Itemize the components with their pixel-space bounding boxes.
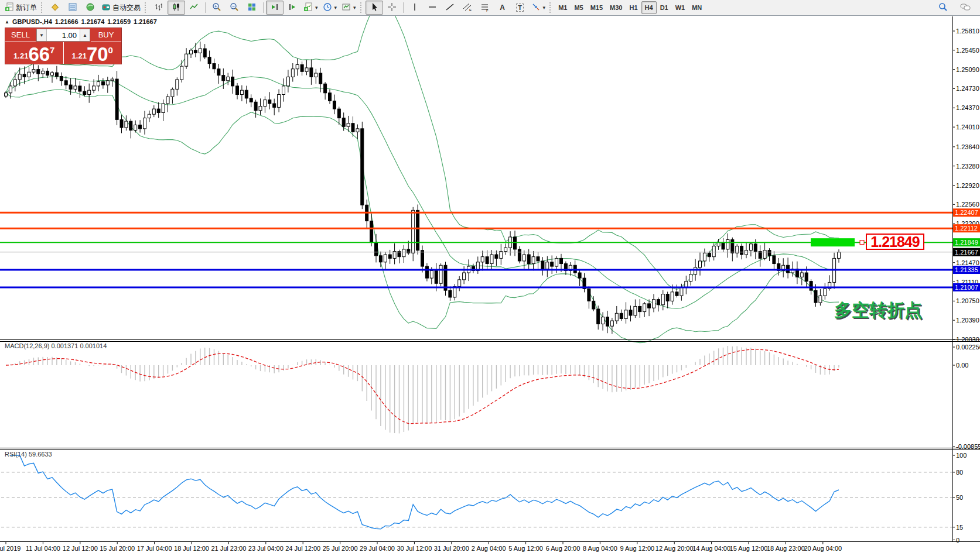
horizontal-line-tool-button[interactable] <box>424 1 441 15</box>
chart-shift-button[interactable] <box>284 1 301 15</box>
chevron-down-icon: ▾ <box>315 5 318 11</box>
timeframe-m5-button[interactable]: M5 <box>571 1 586 14</box>
svg-text:23 Jul 04:00: 23 Jul 04:00 <box>248 545 284 552</box>
equidistant-channel-icon: E <box>463 2 472 13</box>
timeframe-w1-button[interactable]: W1 <box>672 1 689 14</box>
trade-panel-top-row: SELL ▼ 1.00 ▲ BUY <box>5 28 121 42</box>
candlestick-chart-icon <box>172 2 181 13</box>
arrows-icon <box>531 2 541 13</box>
svg-text:12 Jul 12:00: 12 Jul 12:00 <box>63 545 98 552</box>
svg-text:1.21667: 1.21667 <box>955 249 978 256</box>
svg-text:80: 80 <box>956 469 963 476</box>
text-icon: A <box>500 4 505 12</box>
svg-text:1.21470: 1.21470 <box>956 259 979 266</box>
svg-text:1.21335: 1.21335 <box>955 266 978 273</box>
time-axis: 9 Jul 201911 Jul 04:0012 Jul 12:0015 Jul… <box>0 542 842 552</box>
svg-text:1.24370: 1.24370 <box>956 104 979 111</box>
zoom-out-icon <box>230 2 239 13</box>
search-button[interactable] <box>934 1 952 15</box>
sell-price-big: 66 <box>28 46 50 63</box>
svg-text:1.23280: 1.23280 <box>956 163 979 170</box>
zoom-out-button[interactable] <box>226 1 243 15</box>
timeframe-m30-button[interactable]: M30 <box>606 1 626 14</box>
sell-button[interactable]: SELL <box>5 28 36 42</box>
new-order-button[interactable]: 新订单 <box>2 1 39 15</box>
bar-chart-button[interactable] <box>150 1 168 15</box>
auto-scroll-button[interactable] <box>266 1 284 15</box>
buy-price-button[interactable]: 1.21700 <box>64 42 122 64</box>
candlestick-chart-button[interactable] <box>168 1 185 15</box>
sell-price-button[interactable]: 1.21667 <box>5 42 64 64</box>
templates-button[interactable]: ▾ <box>339 1 358 15</box>
fibonacci-tool-button[interactable]: F <box>476 1 494 15</box>
timeframe-m1-button[interactable]: M1 <box>555 1 571 14</box>
chart-canvas[interactable]: 1.258101.254501.250901.247301.243701.240… <box>0 0 980 556</box>
navigator-icon <box>86 2 95 13</box>
indicators-button[interactable]: ▾ <box>301 1 320 15</box>
timeframe-mn-button[interactable]: MN <box>688 1 705 14</box>
data-window-button[interactable] <box>64 1 81 15</box>
volume-input[interactable]: 1.00 <box>47 29 80 41</box>
trendline-tool-button[interactable] <box>441 1 459 15</box>
crosshair-tool-button[interactable] <box>383 1 401 15</box>
macd-axis: 0.0022560.00-0.008553 <box>952 344 980 450</box>
buy-button[interactable]: BUY <box>91 28 121 42</box>
timeframe-m15-button[interactable]: M15 <box>587 1 606 14</box>
svg-text:1.24010: 1.24010 <box>956 123 979 131</box>
chevron-down-icon: ▾ <box>334 5 337 11</box>
svg-text:1.20750: 1.20750 <box>956 297 979 304</box>
market-watch-icon <box>50 2 60 13</box>
buy-price-sup: 0 <box>108 46 113 54</box>
zoom-in-button[interactable] <box>208 1 226 15</box>
auto-trading-label: 自动交易 <box>112 3 141 13</box>
line-chart-button[interactable] <box>185 1 203 15</box>
svg-text:24 Jul 12:00: 24 Jul 12:00 <box>285 545 320 552</box>
market-watch-button[interactable] <box>46 1 64 15</box>
svg-text:1.20030: 1.20030 <box>956 336 979 343</box>
label-tool-button[interactable]: T <box>511 1 529 15</box>
navigator-button[interactable] <box>81 1 99 15</box>
low-value: 1.21659 <box>107 18 131 25</box>
timeframe-h4-button[interactable]: H4 <box>641 1 657 14</box>
turning-point-annotation[interactable]: 多空转折点 <box>834 298 922 322</box>
svg-text:1.22112: 1.22112 <box>955 225 978 232</box>
data-window-icon <box>68 2 77 13</box>
high-value: 1.21674 <box>81 18 105 25</box>
cursor-tool-button[interactable] <box>366 1 383 15</box>
toolbar-separator <box>263 2 264 13</box>
toolbar-grip <box>41 2 45 13</box>
vertical-line-tool-button[interactable] <box>406 1 424 15</box>
highlight-zone-rect <box>811 238 855 246</box>
arrows-tool-button[interactable]: ▾ <box>529 1 548 15</box>
svg-text:1.24730: 1.24730 <box>956 85 979 92</box>
rsi-line <box>11 455 839 529</box>
timeframe-h1-button[interactable]: H1 <box>626 1 641 14</box>
svg-text:20 Aug 04:00: 20 Aug 04:00 <box>804 545 842 552</box>
svg-text:1.22407: 1.22407 <box>955 209 978 216</box>
collapse-panel-arrow-icon[interactable]: ▲ <box>5 19 9 25</box>
chart-shift-icon <box>288 2 297 13</box>
toolbar-grip <box>360 2 364 13</box>
price-tag-label[interactable]: 1.21849 <box>866 234 924 250</box>
svg-text:9 Jul 2019: 9 Jul 2019 <box>0 545 21 552</box>
periods-button[interactable]: ▾ <box>320 1 340 15</box>
auto-trading-button[interactable]: 自动交易 <box>99 1 143 15</box>
svg-text:30 Jul 12:00: 30 Jul 12:00 <box>397 545 432 552</box>
svg-text:0: 0 <box>956 537 959 544</box>
svg-text:15 Jul 20:00: 15 Jul 20:00 <box>100 545 135 552</box>
tile-windows-button[interactable] <box>243 1 261 15</box>
volume-increase-button[interactable]: ▲ <box>80 29 90 41</box>
timeframe-d1-button[interactable]: D1 <box>657 1 672 14</box>
toolbar-grip <box>549 2 553 13</box>
channel-tool-button[interactable]: E <box>459 1 476 15</box>
svg-text:18 Aug 23:00: 18 Aug 23:00 <box>767 545 805 552</box>
svg-text:1.25090: 1.25090 <box>956 66 979 73</box>
text-tool-button[interactable]: A <box>494 1 511 15</box>
vertical-line-icon <box>410 2 419 13</box>
comments-button[interactable] <box>957 1 974 15</box>
chat-bubbles-icon <box>960 2 971 13</box>
volume-decrease-button[interactable]: ▼ <box>37 29 47 41</box>
trade-panel-price-row: 1.21667 1.21700 <box>5 42 121 64</box>
toolbar-separator <box>205 2 206 13</box>
new-order-label: 新订单 <box>16 3 37 13</box>
